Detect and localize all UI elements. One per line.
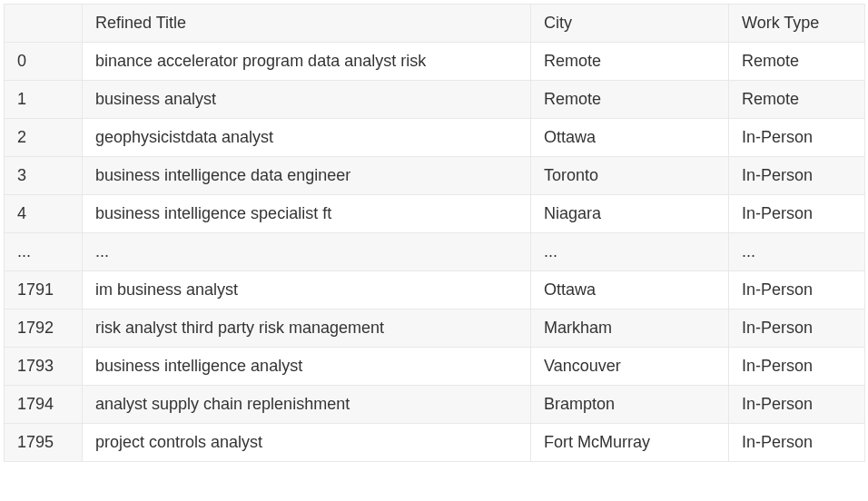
cell-title: ... (83, 233, 531, 271)
cell-work-type: In-Person (729, 119, 865, 157)
cell-city: Ottawa (531, 119, 729, 157)
cell-work-type: In-Person (729, 424, 865, 462)
table-row: 0 binance accelerator program data analy… (5, 43, 865, 81)
cell-city: Remote (531, 43, 729, 81)
cell-index: 3 (5, 157, 83, 195)
cell-title: project controls analyst (83, 424, 531, 462)
cell-index: 0 (5, 43, 83, 81)
table-row: 1 business analyst Remote Remote (5, 81, 865, 119)
cell-index: 1 (5, 81, 83, 119)
cell-work-type: ... (729, 233, 865, 271)
cell-city: Markham (531, 309, 729, 348)
cell-index: 1795 (5, 424, 83, 462)
cell-city: Toronto (531, 157, 729, 195)
cell-work-type: In-Person (729, 309, 865, 348)
table-row: 1795 project controls analyst Fort McMur… (5, 424, 865, 462)
cell-work-type: In-Person (729, 271, 865, 309)
cell-work-type: Remote (729, 81, 865, 119)
col-header-index (5, 5, 83, 43)
cell-index: 1793 (5, 348, 83, 386)
table-row-ellipsis: ... ... ... ... (5, 233, 865, 271)
cell-index: 4 (5, 195, 83, 233)
data-table: Refined Title City Work Type 0 binance a… (4, 4, 865, 462)
cell-title: im business analyst (83, 271, 531, 309)
cell-city: Vancouver (531, 348, 729, 386)
cell-index: 1794 (5, 386, 83, 424)
cell-index: 2 (5, 119, 83, 157)
cell-work-type: In-Person (729, 348, 865, 386)
cell-work-type: In-Person (729, 195, 865, 233)
table-row: 1794 analyst supply chain replenishment … (5, 386, 865, 424)
cell-city: Niagara (531, 195, 729, 233)
cell-city: Brampton (531, 386, 729, 424)
cell-work-type: In-Person (729, 157, 865, 195)
cell-title: business intelligence analyst (83, 348, 531, 386)
cell-title: analyst supply chain replenishment (83, 386, 531, 424)
table-row: 3 business intelligence data engineer To… (5, 157, 865, 195)
table-row: 4 business intelligence specialist ft Ni… (5, 195, 865, 233)
cell-city: ... (531, 233, 729, 271)
cell-title: risk analyst third party risk management (83, 309, 531, 348)
cell-work-type: In-Person (729, 386, 865, 424)
cell-city: Remote (531, 81, 729, 119)
table-row: 2 geophysicistdata analyst Ottawa In-Per… (5, 119, 865, 157)
cell-work-type: Remote (729, 43, 865, 81)
table-header-row: Refined Title City Work Type (5, 5, 865, 43)
cell-city: Ottawa (531, 271, 729, 309)
table-row: 1791 im business analyst Ottawa In-Perso… (5, 271, 865, 309)
cell-title: business analyst (83, 81, 531, 119)
cell-title: business intelligence data engineer (83, 157, 531, 195)
cell-city: Fort McMurray (531, 424, 729, 462)
cell-index: ... (5, 233, 83, 271)
col-header-title: Refined Title (83, 5, 531, 43)
cell-index: 1791 (5, 271, 83, 309)
col-header-city: City (531, 5, 729, 43)
cell-title: business intelligence specialist ft (83, 195, 531, 233)
cell-index: 1792 (5, 309, 83, 348)
cell-title: geophysicistdata analyst (83, 119, 531, 157)
table-row: 1792 risk analyst third party risk manag… (5, 309, 865, 348)
table-row: 1793 business intelligence analyst Vanco… (5, 348, 865, 386)
cell-title: binance accelerator program data analyst… (83, 43, 531, 81)
col-header-work-type: Work Type (729, 5, 865, 43)
